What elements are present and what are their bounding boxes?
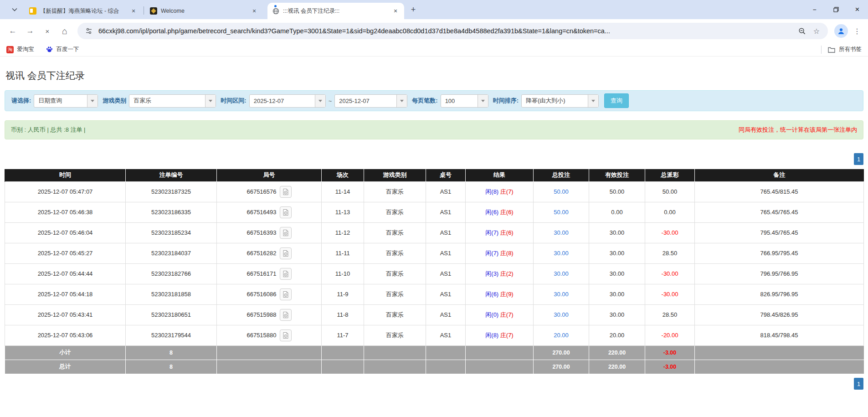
total-bet-link[interactable]: 50.00 — [554, 188, 569, 195]
total-row-empty — [217, 360, 322, 374]
total-row-empty — [426, 360, 466, 374]
site-settings-icon[interactable] — [84, 26, 94, 36]
video-replay-button[interactable] — [280, 247, 292, 259]
per-page-dropdown[interactable]: 100 — [441, 94, 488, 108]
total-bet-link[interactable]: 30.00 — [554, 250, 569, 257]
column-header-valid_bet: 有效投注 — [589, 169, 645, 181]
cell-time: 2025-12-07 05:46:04 — [5, 222, 126, 243]
back-icon[interactable]: ← — [5, 23, 21, 39]
round-number: 667516576 — [247, 188, 276, 195]
sort-dropdown[interactable]: 降幂(由大到小) — [521, 94, 599, 108]
query-type-dropdown[interactable]: 日期查询 — [34, 94, 98, 108]
video-replay-button[interactable] — [280, 186, 292, 198]
tab-close-icon[interactable]: × — [391, 7, 400, 15]
window-restore-button[interactable] — [825, 0, 847, 19]
tab-close-icon[interactable]: × — [129, 7, 138, 15]
address-bar[interactable]: 66cxkj98.com/ipl/portal.php/game/betreco… — [77, 23, 828, 39]
video-replay-button[interactable] — [280, 309, 292, 321]
url-text[interactable]: 66cxkj98.com/ipl/portal.php/game/betreco… — [98, 27, 792, 35]
subtotal-row-empty — [322, 345, 364, 360]
total-bet-link[interactable]: 30.00 — [554, 229, 569, 236]
cell-round-no: 667515880 — [217, 325, 322, 345]
subtotal-row-label: 小计 — [5, 345, 126, 360]
cell-table-no: AS1 — [426, 304, 466, 325]
tab-bet-records-active[interactable]: :::视讯 会员下注纪录::: × — [267, 3, 404, 19]
bookmark-baidu[interactable]: 百度一下 — [46, 46, 79, 53]
cell-session: 11-12 — [322, 222, 364, 243]
folder-icon — [828, 46, 835, 53]
per-page-value: 100 — [441, 95, 478, 107]
chevron-down-icon[interactable] — [588, 95, 598, 107]
date-range-label: 时间区间: — [221, 97, 246, 105]
tab-title: :::视讯 会员下注纪录::: — [283, 7, 388, 15]
total-bet-link[interactable]: 30.00 — [554, 311, 569, 318]
chevron-down-icon[interactable] — [396, 95, 407, 107]
zoom-out-icon[interactable] — [797, 26, 807, 36]
search-button[interactable]: 查询 — [604, 93, 629, 108]
tab-title: Welcome — [161, 8, 247, 14]
cell-round-no: 667515988 — [217, 304, 322, 325]
tab-welcome[interactable]: Welcome × — [145, 3, 263, 19]
game-type-dropdown[interactable]: 百家乐 — [129, 94, 216, 108]
cell-time: 2025-12-07 05:43:41 — [5, 304, 126, 325]
table-row: 2025-12-07 05:47:07523023187325667516576… — [5, 181, 864, 202]
result-banker: 庄(6) — [500, 229, 514, 236]
date-from-dropdown[interactable]: 2025-12-07 — [249, 94, 326, 108]
cell-payout: 28.50 — [645, 243, 695, 263]
column-header-total_bet: 总投注 — [534, 169, 589, 181]
chevron-down-icon[interactable] — [478, 95, 488, 107]
window-minimize-button[interactable]: − — [804, 0, 825, 19]
stop-loading-icon[interactable]: × — [39, 23, 56, 39]
cell-note: 765.45/815.45 — [695, 181, 864, 202]
video-replay-button[interactable] — [280, 288, 292, 300]
cell-valid-bet: 30.00 — [589, 304, 645, 325]
total-bet-link[interactable]: 30.00 — [554, 270, 569, 277]
bet-records-table: 时间注单编号局号场次游戏类别桌号结果总投注有效投注总派彩备注 2025-12-0… — [5, 169, 864, 374]
video-replay-button[interactable] — [280, 227, 292, 239]
forward-icon[interactable]: → — [22, 23, 38, 39]
profile-avatar[interactable] — [834, 24, 848, 38]
date-to-dropdown[interactable]: 2025-12-07 — [334, 94, 407, 108]
column-header-game_type: 游戏类别 — [364, 169, 426, 181]
cell-table-no: AS1 — [426, 263, 466, 284]
table-row: 2025-12-07 05:45:27523023184037667516282… — [5, 243, 864, 263]
cell-table-no: AS1 — [426, 181, 466, 202]
tab-close-icon[interactable]: × — [250, 7, 258, 15]
cell-note: 765.45/765.45 — [695, 202, 864, 222]
total-bet-link[interactable]: 30.00 — [554, 291, 569, 298]
video-replay-button[interactable] — [280, 329, 292, 341]
chevron-down-icon[interactable] — [87, 95, 98, 107]
cell-payout: -30.00 — [645, 263, 695, 284]
pagination-page-1-bottom[interactable]: 1 — [854, 378, 863, 390]
total-bet-link[interactable]: 20.00 — [554, 332, 569, 339]
chevron-down-icon[interactable] — [315, 95, 325, 107]
total-row-label: 总计 — [5, 360, 126, 374]
home-icon[interactable]: ⌂ — [56, 23, 73, 39]
pagination-page-1-top[interactable]: 1 — [854, 153, 863, 165]
video-replay-button[interactable] — [280, 268, 292, 280]
cell-valid-bet: 20.00 — [589, 325, 645, 345]
video-replay-button[interactable] — [280, 206, 292, 218]
cell-game-type: 百家乐 — [364, 202, 426, 222]
browser-menu-icon[interactable]: ⋮ — [851, 24, 863, 38]
new-tab-button[interactable]: + — [407, 3, 420, 16]
cell-bet-no: 523023182766 — [126, 263, 217, 284]
payout-value: -3.00 — [663, 350, 677, 356]
forum-icon — [29, 7, 36, 15]
bookmark-taobao[interactable]: 淘 爱淘宝 — [6, 46, 34, 53]
bookmark-star-icon[interactable]: ☆ — [812, 26, 822, 36]
cell-bet-no: 523023179544 — [126, 325, 217, 345]
all-bookmarks-label[interactable]: 所有书签 — [839, 46, 862, 53]
tab-forum[interactable]: 【新提醒】海燕策略论坛 - 综合 × — [25, 3, 142, 19]
tab-search-chevron-icon[interactable] — [8, 3, 21, 16]
column-header-time: 时间 — [5, 169, 126, 181]
total-bet-link[interactable]: 50.00 — [554, 209, 569, 216]
cell-time: 2025-12-07 05:44:18 — [5, 284, 126, 304]
cell-bet-no: 523023187325 — [126, 181, 217, 202]
cell-table-no: AS1 — [426, 243, 466, 263]
window-close-button[interactable]: × — [847, 0, 868, 19]
cell-note: 795.45/765.45 — [695, 222, 864, 243]
round-number: 667516393 — [247, 229, 276, 236]
cell-session: 11-9 — [322, 284, 364, 304]
chevron-down-icon[interactable] — [205, 95, 216, 107]
